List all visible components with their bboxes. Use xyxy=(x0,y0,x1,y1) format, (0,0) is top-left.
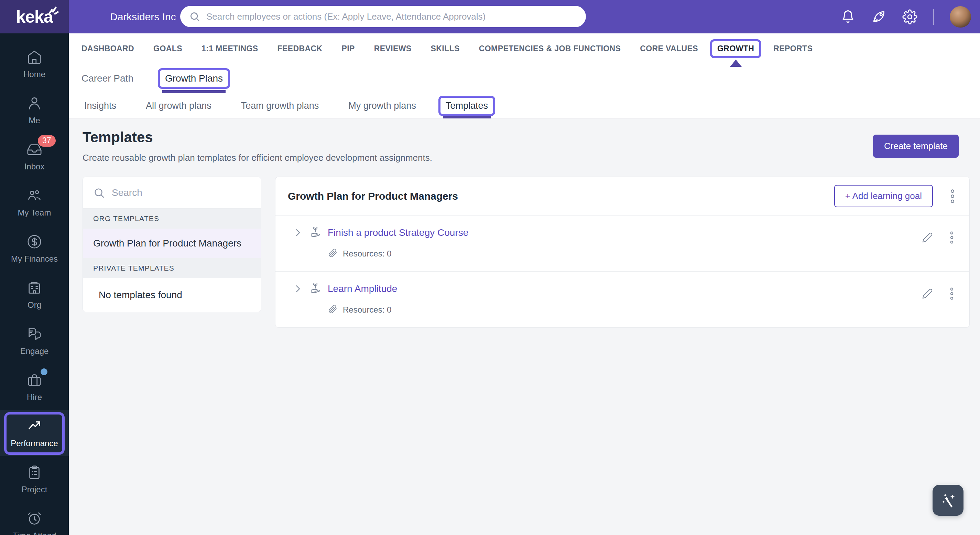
page-subtitle: Create reusable growth plan templates fo… xyxy=(83,153,432,163)
alarm-clock-icon xyxy=(27,511,42,526)
org-templates-header: ORG TEMPLATES xyxy=(83,209,261,228)
hire-notification-dot xyxy=(41,368,48,375)
learning-goal-row: Learn Amplitude Resources: 0 xyxy=(275,271,969,327)
annotation-box-templates: Templates xyxy=(438,96,495,116)
learning-goal-link[interactable]: Learn Amplitude xyxy=(328,283,397,294)
global-search[interactable] xyxy=(180,6,586,27)
tab-team-growth-plans[interactable]: Team growth plans xyxy=(241,93,319,118)
tab-my-growth-plans[interactable]: My growth plans xyxy=(348,93,416,118)
header-actions xyxy=(840,0,971,34)
edit-goal-pencil-icon[interactable] xyxy=(922,232,933,243)
magic-wand-icon xyxy=(939,491,957,509)
active-tab-pointer xyxy=(730,59,742,67)
tab-11-meetings[interactable]: 1:1 MEETINGS xyxy=(202,34,258,64)
tab-core-values[interactable]: CORE VALUES xyxy=(640,34,698,64)
keka-logo[interactable]: keka xyxy=(0,0,69,34)
briefcase-icon xyxy=(27,372,42,388)
dollar-circle-icon xyxy=(27,234,42,249)
sidebar-item-me[interactable]: Me xyxy=(0,87,69,133)
sidebar-item-home[interactable]: Home xyxy=(0,41,69,87)
settings-gear-icon[interactable] xyxy=(902,9,917,24)
private-templates-header: PRIVATE TEMPLATES xyxy=(83,258,261,278)
goal-menu-kebab-icon[interactable] xyxy=(947,231,956,244)
edit-goal-pencil-icon[interactable] xyxy=(922,288,933,299)
user-avatar[interactable] xyxy=(950,6,971,27)
add-learning-goal-button[interactable]: + Add learning goal xyxy=(834,185,933,207)
template-menu-kebab-icon[interactable] xyxy=(947,188,958,204)
tab-all-growth-plans[interactable]: All growth plans xyxy=(146,93,212,118)
paperclip-icon xyxy=(328,249,337,259)
ai-assistant-fab[interactable] xyxy=(932,485,964,516)
sidebar: Home Me 37 Inbox My Team My Finances Org xyxy=(0,34,69,535)
person-icon xyxy=(27,95,42,111)
tab-reviews[interactable]: REVIEWS xyxy=(374,34,412,64)
tab-competencies-job-functions[interactable]: COMPETENCIES & JOB FUNCTIONS xyxy=(479,34,620,64)
tab-templates[interactable]: Templates xyxy=(445,93,488,118)
tab-dashboard[interactable]: DASHBOARD xyxy=(81,34,134,64)
header-divider xyxy=(933,9,934,25)
template-search-input[interactable] xyxy=(112,187,251,198)
template-list-item[interactable]: Growth Plan for Product Managers xyxy=(83,228,261,258)
empty-templates-message: No templates found xyxy=(83,278,261,312)
notifications-bell-icon[interactable] xyxy=(840,9,856,24)
tab-goals[interactable]: GOALS xyxy=(153,34,182,64)
module-tab-bar: DASHBOARD GOALS 1:1 MEETINGS FEEDBACK PI… xyxy=(69,34,980,64)
inbox-count-badge: 37 xyxy=(38,135,56,147)
tab-skills[interactable]: SKILLS xyxy=(431,34,460,64)
top-header: keka Darksiders Inc xyxy=(0,0,980,34)
annotation-box-growth: GROWTH xyxy=(710,39,761,58)
logo-spark-icon xyxy=(48,5,59,15)
goal-menu-kebab-icon[interactable] xyxy=(947,287,956,300)
sidebar-item-hire[interactable]: Hire xyxy=(0,364,69,410)
template-search[interactable] xyxy=(83,177,261,209)
global-search-input[interactable] xyxy=(206,11,577,22)
sidebar-item-time-attend[interactable]: Time Attend xyxy=(0,502,69,535)
sidebar-item-project[interactable]: Project xyxy=(0,456,69,502)
create-template-button[interactable]: Create template xyxy=(873,135,959,158)
subtab-career-path[interactable]: Career Path xyxy=(81,64,134,93)
search-icon xyxy=(93,187,105,199)
subtab-growth-plans[interactable]: Growth Plans xyxy=(165,64,223,93)
active-tab-underline xyxy=(443,116,491,118)
template-detail-header: Growth Plan for Product Managers + Add l… xyxy=(275,177,969,216)
tab-pip[interactable]: PIP xyxy=(342,34,355,64)
template-detail-card: Growth Plan for Product Managers + Add l… xyxy=(275,177,970,328)
expand-chevron-icon[interactable] xyxy=(293,284,303,294)
growth-sprout-icon xyxy=(309,226,321,240)
annotation-box-growth-plans: Growth Plans xyxy=(158,68,230,89)
team-people-icon xyxy=(27,188,42,203)
active-subtab-underline xyxy=(162,90,226,93)
growth-plans-tabs: Insights All growth plans Team growth pl… xyxy=(69,93,980,119)
template-title: Growth Plan for Product Managers xyxy=(288,190,834,202)
rocket-icon[interactable] xyxy=(871,9,886,24)
org-building-icon xyxy=(27,280,42,296)
clipboard-icon xyxy=(27,465,42,480)
expand-chevron-icon[interactable] xyxy=(293,228,303,238)
sidebar-item-performance[interactable]: Performance xyxy=(0,410,69,456)
tab-insights[interactable]: Insights xyxy=(84,93,116,118)
page-title: Templates xyxy=(83,129,153,145)
tab-reports[interactable]: REPORTS xyxy=(773,34,813,64)
learning-goal-link[interactable]: Finish a product Strategy Course xyxy=(328,227,468,238)
learning-goal-row: Finish a product Strategy Course Resourc… xyxy=(275,216,969,271)
home-icon xyxy=(27,49,42,65)
resources-count: Resources: 0 xyxy=(343,249,391,259)
trending-up-icon xyxy=(27,418,42,434)
sidebar-item-my-finances[interactable]: My Finances xyxy=(0,225,69,271)
sidebar-item-engage[interactable]: Engage xyxy=(0,318,69,364)
templates-page: Templates Create reusable growth plan te… xyxy=(69,119,980,535)
growth-subnav: Career Path Growth Plans xyxy=(69,64,980,93)
sidebar-item-my-team[interactable]: My Team xyxy=(0,179,69,225)
sidebar-item-inbox[interactable]: 37 Inbox xyxy=(0,133,69,179)
tab-feedback[interactable]: FEEDBACK xyxy=(277,34,322,64)
keka-app-window: keka Darksiders Inc Ho xyxy=(0,0,980,535)
template-list-panel: ORG TEMPLATES Growth Plan for Product Ma… xyxy=(83,177,261,312)
tab-growth[interactable]: GROWTH xyxy=(717,34,754,64)
company-name: Darksiders Inc xyxy=(110,11,176,23)
sidebar-item-org[interactable]: Org xyxy=(0,271,69,318)
growth-sprout-icon xyxy=(309,282,321,296)
paperclip-icon xyxy=(328,305,337,315)
resources-count: Resources: 0 xyxy=(343,305,391,315)
search-icon xyxy=(189,11,200,22)
engage-chat-icon xyxy=(27,326,42,342)
